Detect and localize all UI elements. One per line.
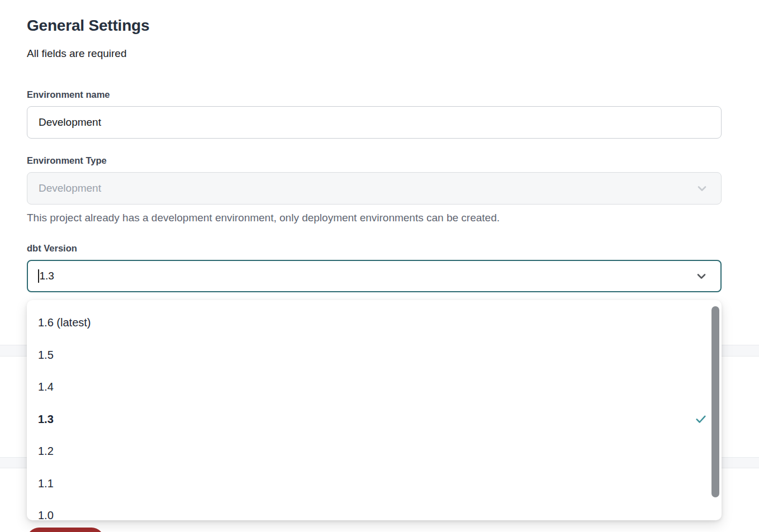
check-icon: [695, 413, 707, 425]
dropdown-option[interactable]: 1.5: [27, 339, 722, 372]
environment-type-select: Development: [27, 172, 722, 205]
chevron-down-icon: [695, 182, 709, 195]
option-label: 1.5: [38, 349, 54, 362]
chevron-down-icon: [695, 269, 708, 283]
option-label: 1.3: [38, 413, 54, 426]
environment-type-helper: This project already has a development e…: [27, 212, 500, 224]
environment-settings-page: General Settings All fields are required…: [0, 0, 759, 532]
dbt-version-value: 1.3: [40, 270, 54, 282]
dropdown-option[interactable]: 1.1: [27, 468, 722, 500]
option-label: 1.1: [38, 477, 54, 490]
dropdown-option[interactable]: 1.6 (latest): [27, 307, 722, 339]
option-label: 1.2: [38, 445, 54, 458]
dbt-version-combobox[interactable]: 1.3: [27, 260, 722, 292]
option-label: 1.6 (latest): [38, 316, 91, 329]
environment-name-input[interactable]: Development: [27, 106, 722, 139]
dropdown-option[interactable]: 1.2: [27, 435, 722, 468]
environment-type-value: Development: [39, 182, 101, 194]
dropdown-option[interactable]: 1.4: [27, 371, 722, 403]
dropdown-option[interactable]: 1.0: [27, 500, 722, 520]
danger-button[interactable]: [27, 528, 104, 532]
environment-type-label: Environment Type: [27, 155, 107, 166]
dbt-version-dropdown: 1.6 (latest) 1.5 1.4 1.3 1.2 1.1 1.0: [27, 300, 722, 520]
page-subtitle: All fields are required: [27, 48, 126, 60]
environment-name-value: Development: [39, 116, 101, 129]
page-title: General Settings: [27, 17, 149, 35]
dropdown-scrollbar-thumb[interactable]: [711, 306, 719, 497]
option-label: 1.4: [38, 381, 54, 393]
option-label: 1.0: [38, 509, 54, 520]
text-cursor: [38, 269, 39, 283]
dbt-version-label: dbt Version: [27, 243, 77, 254]
environment-name-label: Environment name: [27, 89, 110, 100]
dropdown-option-selected[interactable]: 1.3: [27, 403, 722, 436]
